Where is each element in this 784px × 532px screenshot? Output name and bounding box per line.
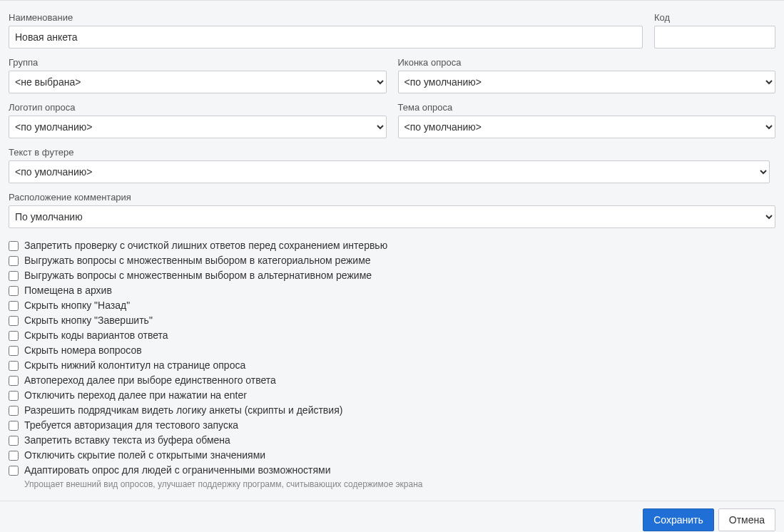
survey-logo-label: Логотип опроса [9,102,387,113]
checkbox-input[interactable] [9,376,19,386]
checkbox-input[interactable] [9,271,19,281]
footer-text-label: Текст в футере [9,147,770,158]
name-input[interactable] [9,26,643,48]
checkbox-row: Помещена в архив [9,283,775,298]
checkbox-label: Разрешить подрядчикам видеть логику анке… [24,403,342,418]
checkbox-input[interactable] [9,286,19,296]
code-label: Код [654,12,775,23]
checkbox-label: Помещена в архив [24,283,112,298]
checkbox-label: Скрыть кнопку "Назад" [24,298,130,313]
checkbox-label: Отключить скрытие полей с открытыми знач… [24,448,265,463]
footer-bar: Сохранить Отмена [0,501,784,532]
survey-theme-label: Тема опроса [398,102,776,113]
checkbox-label: Скрыть коды вариантов ответа [24,328,168,343]
checkbox-row: Запретить вставку текста из буфера обмен… [9,433,775,448]
checkbox-input[interactable] [9,406,19,416]
checkbox-row: Запретить проверку с очисткой лишних отв… [9,238,775,253]
group-select[interactable]: <не выбрана> [9,71,387,93]
checkbox-row: Скрыть номера вопросов [9,343,775,358]
checkbox-row: Требуется авторизация для тестового запу… [9,418,775,433]
checkbox-row: Адаптировать опрос для людей с ограничен… [9,463,775,478]
checkbox-input[interactable] [9,256,19,266]
checkbox-section: Запретить проверку с очисткой лишних отв… [9,238,775,489]
checkbox-input[interactable] [9,391,19,401]
checkbox-label: Скрыть номера вопросов [24,343,142,358]
checkbox-row: Выгружать вопросы с множественным выборо… [9,268,775,283]
code-input[interactable] [654,26,775,48]
checkbox-input[interactable] [9,316,19,326]
checkbox-input[interactable] [9,346,19,356]
survey-theme-select[interactable]: <по умолчанию> [398,116,776,138]
checkbox-label: Отключить переход далее при нажатии на e… [24,388,247,403]
checkbox-input[interactable] [9,241,19,251]
checkbox-row: Отключить скрытие полей с открытыми знач… [9,448,775,463]
name-label: Наименование [9,12,643,23]
checkbox-input[interactable] [9,361,19,371]
checkbox-row: Выгружать вопросы с множественным выборо… [9,253,775,268]
checkbox-helper: Упрощает внешний вид опросов, улучшает п… [24,479,775,489]
checkbox-label: Скрыть кнопку "Завершить" [24,313,153,328]
footer-text-select[interactable]: <по умолчанию> [9,160,770,183]
checkbox-row: Скрыть кнопку "Назад" [9,298,775,313]
checkbox-input[interactable] [9,421,19,431]
checkbox-row: Скрыть нижний колонтитул на странице опр… [9,358,775,373]
checkbox-row: Скрыть кнопку "Завершить" [9,313,775,328]
checkbox-input[interactable] [9,451,19,461]
checkbox-row: Разрешить подрядчикам видеть логику анке… [9,403,775,418]
checkbox-label: Требуется авторизация для тестового запу… [24,418,238,433]
checkbox-input[interactable] [9,331,19,341]
checkbox-label: Выгружать вопросы с множественным выборо… [24,268,372,283]
checkbox-input[interactable] [9,301,19,311]
comment-position-label: Расположение комментария [9,192,775,203]
checkbox-label: Запретить проверку с очисткой лишних отв… [24,238,387,253]
checkbox-label: Автопереход далее при выборе единственно… [24,373,276,388]
checkbox-label: Скрыть нижний колонтитул на странице опр… [24,358,245,373]
group-label: Группа [9,57,387,68]
checkbox-input[interactable] [9,436,19,446]
form-body: Наименование Код Группа <не выбрана> Ико… [0,0,784,501]
cancel-button[interactable]: Отмена [718,508,775,531]
checkbox-row: Автопереход далее при выборе единственно… [9,373,775,388]
survey-icon-select[interactable]: <по умолчанию> [398,71,776,93]
checkbox-label: Запретить вставку текста из буфера обмен… [24,433,230,448]
survey-logo-select[interactable]: <по умолчанию> [9,116,387,138]
checkbox-label: Адаптировать опрос для людей с ограничен… [24,463,330,478]
survey-icon-label: Иконка опроса [398,57,776,68]
checkbox-row: Скрыть коды вариантов ответа [9,328,775,343]
comment-position-select[interactable]: По умолчанию [9,205,775,228]
checkbox-label: Выгружать вопросы с множественным выборо… [24,253,371,268]
save-button[interactable]: Сохранить [643,508,714,531]
checkbox-row: Отключить переход далее при нажатии на e… [9,388,775,403]
checkbox-input[interactable] [9,466,19,476]
